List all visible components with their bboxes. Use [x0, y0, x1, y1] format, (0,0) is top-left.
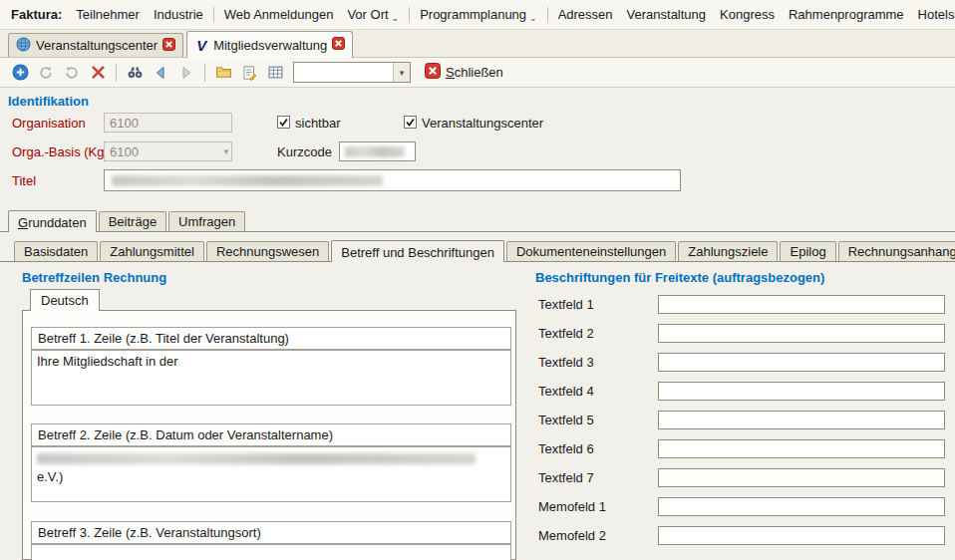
menu-item-web-anmeldungen[interactable]: Web Anmeldungen [217, 3, 341, 26]
menu-separator [409, 7, 410, 23]
textfeld7-label: Textfeld 7 [538, 470, 594, 485]
betreff1-value: Ihre Mitgliedschaft in der [37, 354, 178, 369]
menu-item-industrie[interactable]: Industrie [147, 3, 210, 26]
memofeld2-input[interactable] [658, 526, 945, 545]
betreff3-label: Betreff 3. Zeile (z.B. Veranstaltungsort… [31, 521, 511, 544]
textfeld4-label: Textfeld 4 [538, 384, 594, 399]
app-window: Faktura: Teilnehmer Industrie Web Anmeld… [0, 0, 955, 560]
memofeld2-label: Memofeld 2 [538, 528, 606, 543]
menu-item-programmplanung[interactable]: Programmplanung⌄ [413, 3, 544, 26]
mitgliedsverwaltung-logo-icon: V [194, 37, 208, 54]
add-icon[interactable] [8, 61, 32, 85]
tab-beitraege[interactable]: Beiträge [99, 211, 166, 231]
orga-basis-dropdown[interactable]: 6100 ▾ [104, 141, 232, 161]
orga-basis-value: 6100 [110, 144, 139, 159]
tab-veranstaltungscenter[interactable]: Veranstaltungscenter [8, 33, 183, 57]
combobox-value [294, 63, 393, 82]
tab-label: Veranstaltungscenter [36, 38, 158, 53]
menu-item-hotels[interactable]: Hotels⌄ [911, 3, 955, 26]
note-edit-icon[interactable] [237, 61, 261, 85]
redo-icon[interactable] [60, 61, 84, 85]
menu-separator [213, 7, 214, 23]
menu-item-teilnehmer[interactable]: Teilnehmer [69, 3, 147, 26]
textfeld6-input[interactable] [658, 439, 945, 458]
tab-close-icon[interactable] [332, 37, 345, 53]
menu-item-adressen[interactable]: Adressen [551, 3, 620, 26]
orga-basis-label: Orga.-Basis (Kg) [12, 144, 109, 159]
close-button[interactable]: Schließen [425, 63, 503, 82]
tab-rechnungsanhang[interactable]: Rechnungsanhang [838, 241, 955, 261]
tab-dokumenteneinstellungen[interactable]: Dokumenteneinstellungen [506, 241, 676, 261]
tab-zahlungsziele[interactable]: Zahlungsziele [678, 241, 778, 261]
textfeld6-label: Textfeld 6 [538, 441, 594, 456]
tab-rechnungswesen[interactable]: Rechnungswesen [206, 241, 329, 261]
betreff3-textarea[interactable] [31, 544, 511, 560]
tab-betreff-und-beschriftungen[interactable]: Betreff und Beschriftungen [331, 240, 504, 262]
redacted-value [345, 146, 405, 157]
chevron-down-icon[interactable]: ▾ [393, 63, 410, 82]
betreff2-value-line2: e.V.) [37, 469, 63, 484]
textfeld5-input[interactable] [658, 411, 945, 429]
redacted-value [37, 453, 476, 464]
chevron-down-icon: ▾ [223, 144, 228, 159]
menu-item-rahmenprogramme[interactable]: Rahmenprogramme [782, 3, 911, 26]
toolbar-combobox[interactable]: ▾ [293, 62, 411, 83]
menu-separator [547, 7, 548, 23]
sichtbar-checkbox[interactable] [277, 116, 290, 129]
tab-label: Mitgliedsverwaltung [213, 38, 327, 53]
tab-umfragen[interactable]: Umfragen [168, 211, 245, 231]
menubar: Faktura: Teilnehmer Industrie Web Anmeld… [0, 0, 955, 30]
veranstaltungscenter-label: Veranstaltungscenter [422, 116, 543, 131]
organisation-input[interactable]: 6100 [104, 113, 232, 133]
memofeld1-input[interactable] [658, 497, 945, 516]
toolbar-separator [204, 64, 205, 82]
textfeld2-label: Textfeld 2 [538, 326, 594, 341]
betreff2-label: Betreff 2. Zeile (z.B. Datum oder Verans… [31, 423, 511, 446]
betreff2-textarea[interactable]: e.V.) [31, 446, 511, 502]
open-folder-icon[interactable] [211, 61, 235, 85]
textfeld3-input[interactable] [658, 353, 945, 372]
menu-item-kongress[interactable]: Kongress [713, 3, 782, 26]
forward-icon[interactable] [174, 61, 198, 85]
menu-item-faktura[interactable]: Faktura: [4, 3, 69, 26]
identification-header: Identifikation [8, 94, 89, 109]
delete-icon[interactable] [86, 61, 110, 85]
chevron-down-icon: ⌄ [529, 13, 537, 23]
tab-close-icon[interactable] [162, 38, 175, 54]
textfeld2-input[interactable] [658, 324, 945, 343]
sub-tabstrip: Basisdaten Zahlungsmittel Rechnungswesen… [0, 241, 955, 262]
main-tabstrip: Grunddaten Beiträge Umfragen [0, 211, 955, 232]
veranstaltungscenter-icon [16, 37, 31, 55]
sichtbar-label: sichtbar [295, 116, 341, 131]
kurzcode-input[interactable] [339, 141, 416, 161]
tab-basisdaten[interactable]: Basisdaten [14, 241, 98, 261]
tab-grunddaten[interactable]: Grunddaten [8, 210, 97, 232]
tab-mitgliedsverwaltung[interactable]: V Mitgliedsverwaltung [186, 31, 353, 58]
textfeld7-input[interactable] [658, 468, 945, 487]
back-icon[interactable] [149, 61, 172, 85]
tab-zahlungsmittel[interactable]: Zahlungsmittel [100, 241, 204, 261]
organisation-label: Organisation [12, 116, 86, 131]
titel-label: Titel [12, 173, 36, 188]
betreffzeilen-panel: Betreff 1. Zeile (z.B. Titel der Veranst… [22, 310, 516, 560]
menu-item-veranstaltung[interactable]: Veranstaltung [620, 3, 714, 26]
document-tabbar: Veranstaltungscenter V Mitgliedsverwaltu… [0, 30, 955, 58]
grid-list-icon[interactable] [263, 61, 287, 85]
betreffzeilen-header: Betreffzeilen Rechnung [22, 270, 166, 285]
textfeld1-label: Textfeld 1 [538, 297, 594, 312]
refresh-icon[interactable] [34, 61, 58, 85]
textfeld1-input[interactable] [658, 295, 945, 314]
kurzcode-label: Kurzcode [277, 144, 332, 159]
titel-input[interactable] [104, 169, 681, 191]
close-icon [425, 63, 441, 82]
betreff1-textarea[interactable]: Ihre Mitgliedschaft in der [31, 350, 511, 406]
textfeld3-label: Textfeld 3 [538, 355, 594, 370]
menu-item-vor-ort[interactable]: Vor Ort⌄ [340, 3, 406, 26]
toolbar-separator [116, 64, 117, 82]
textfeld4-input[interactable] [658, 382, 945, 401]
tab-deutsch[interactable]: Deutsch [30, 289, 100, 311]
search-binoculars-icon[interactable] [123, 61, 147, 85]
veranstaltungscenter-checkbox[interactable] [404, 116, 417, 129]
beschriftungen-header: Beschriftungen für Freitexte (auftragsbe… [535, 270, 824, 285]
tab-epilog[interactable]: Epilog [780, 241, 835, 261]
